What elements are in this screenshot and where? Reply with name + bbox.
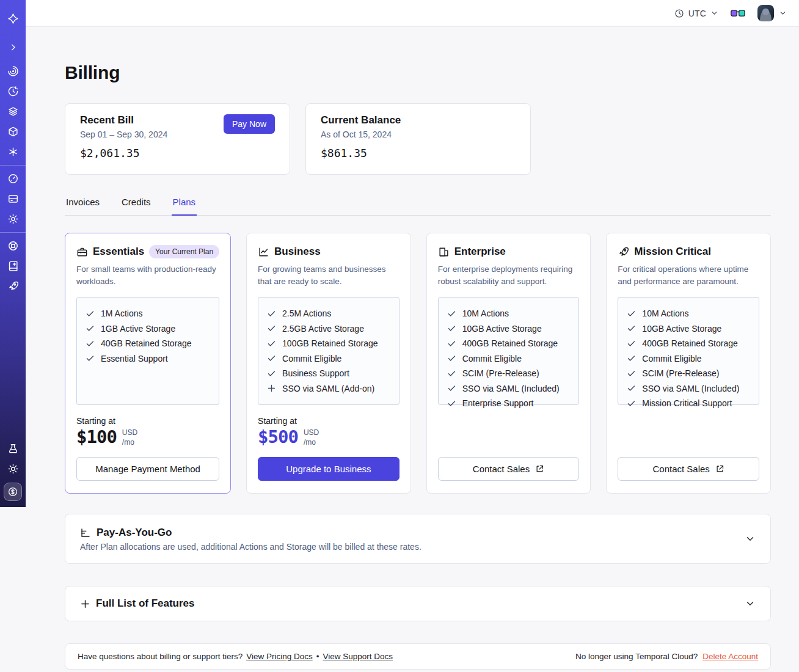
pay-as-you-go-panel[interactable]: Pay-As-You-Go After Plan allocations are… bbox=[65, 514, 771, 564]
namespaces-icon[interactable] bbox=[3, 61, 23, 81]
nexus-cube-icon[interactable] bbox=[3, 122, 23, 142]
schedules-icon[interactable] bbox=[3, 81, 23, 101]
plan-feature: 100GB Retained Storage bbox=[267, 338, 390, 348]
user-menu[interactable] bbox=[757, 5, 787, 21]
usage-gauge-icon[interactable] bbox=[3, 169, 23, 189]
cta-label: Upgrade to Business bbox=[286, 464, 371, 474]
temporal-logo[interactable] bbox=[3, 9, 23, 29]
footer-bar: Have questions about billing or support … bbox=[65, 643, 771, 670]
plan-description: For critical operations where uptime and… bbox=[618, 263, 759, 288]
asterisk-icon[interactable] bbox=[3, 142, 23, 162]
check-icon bbox=[86, 309, 95, 318]
plan-price: $500 bbox=[258, 426, 298, 447]
price-period: /mo bbox=[304, 438, 319, 448]
external-link-icon bbox=[535, 464, 544, 473]
current-balance-title: Current Balance bbox=[321, 114, 516, 126]
feature-label: 2.5GB Active Storage bbox=[282, 324, 364, 334]
page-title: Billing bbox=[65, 62, 771, 83]
view-pricing-docs-link[interactable]: View Pricing Docs bbox=[246, 652, 313, 661]
contact-sales-button[interactable]: Contact Sales bbox=[438, 457, 580, 481]
feature-box: 2.5M Actions2.5GB Active Storage100GB Re… bbox=[258, 297, 400, 405]
billing-page: Billing Recent Bill Sep 01 – Sep 30, 202… bbox=[26, 62, 799, 670]
billing-dollar-icon[interactable] bbox=[4, 483, 22, 501]
theme-sun-icon[interactable] bbox=[3, 459, 23, 479]
price-currency: USD bbox=[122, 428, 137, 438]
feature-label: 10M Actions bbox=[642, 309, 688, 318]
check-icon bbox=[267, 339, 276, 348]
feature-box: 10M Actions10GB Active Storage400GB Reta… bbox=[618, 297, 759, 405]
check-icon bbox=[86, 339, 95, 348]
check-icon bbox=[267, 369, 276, 378]
plan-feature: 2.5M Actions bbox=[267, 309, 390, 318]
price-block: Starting at $500 USD /mo bbox=[258, 416, 400, 447]
invoices-card-icon[interactable] bbox=[3, 189, 23, 209]
current-balance-card: Current Balance As of Oct 15, 2024 $861.… bbox=[305, 103, 531, 175]
feature-label: Enterprise Support bbox=[462, 398, 534, 408]
payg-title: Pay-As-You-Go bbox=[97, 527, 172, 539]
current-plan-badge: Your Current Plan bbox=[149, 245, 219, 258]
plan-feature: 400GB Retained Storage bbox=[447, 338, 571, 348]
full-features-panel[interactable]: Full List of Features bbox=[65, 586, 771, 621]
plan-feature: 2.5GB Active Storage bbox=[267, 324, 390, 334]
expand-chevron-icon[interactable] bbox=[3, 37, 23, 57]
manage-payment-button[interactable]: Manage Payment Method bbox=[76, 457, 219, 481]
full-features-title: Full List of Features bbox=[96, 597, 195, 610]
feature-box: 10M Actions10GB Active Storage400GB Reta… bbox=[438, 297, 580, 405]
settings-gear-icon[interactable] bbox=[3, 209, 23, 229]
recent-bill-card: Recent Bill Sep 01 – Sep 30, 2024 Pay No… bbox=[65, 103, 290, 175]
labs-flask-icon[interactable] bbox=[3, 439, 23, 459]
plan-card-enterprise: Enterprise For enterprise deployments re… bbox=[426, 233, 591, 494]
topbar: UTC bbox=[26, 0, 799, 27]
delete-account-link[interactable]: Delete Account bbox=[702, 652, 758, 661]
plan-card-business: Business For growing teams and businesse… bbox=[246, 233, 411, 494]
clock-icon bbox=[674, 9, 684, 18]
view-support-docs-link[interactable]: View Support Docs bbox=[323, 652, 393, 661]
payg-description: After Plan allocations are used, additio… bbox=[80, 542, 421, 552]
tab-credits[interactable]: Credits bbox=[120, 193, 152, 215]
rocket-icon[interactable] bbox=[3, 276, 23, 296]
support-lifering-icon[interactable] bbox=[3, 236, 23, 256]
contact-sales-button[interactable]: Contact Sales bbox=[618, 457, 759, 481]
price-currency: USD bbox=[304, 428, 319, 438]
plan-feature: SSO via SAML (Included) bbox=[447, 384, 571, 393]
upgrade-business-button[interactable]: Upgrade to Business bbox=[258, 457, 400, 481]
check-icon bbox=[447, 399, 456, 408]
chevron-down-icon[interactable] bbox=[745, 598, 756, 609]
check-icon bbox=[627, 399, 636, 408]
check-icon bbox=[267, 354, 276, 363]
plan-feature: 10M Actions bbox=[447, 309, 571, 318]
chevron-down-icon[interactable] bbox=[745, 533, 756, 544]
price-block: Starting at $100 USD /mo bbox=[76, 416, 219, 447]
recent-bill-period: Sep 01 – Sep 30, 2024 bbox=[80, 130, 167, 139]
check-icon bbox=[447, 339, 456, 348]
check-icon bbox=[627, 324, 636, 333]
plan-feature: SSO via SAML (Included) bbox=[627, 384, 750, 393]
feature-label: Business Support bbox=[282, 368, 349, 378]
feature-label: SSO via SAML (Included) bbox=[642, 384, 739, 393]
feature-label: 400GB Retained Storage bbox=[462, 338, 558, 348]
sidebar bbox=[0, 0, 26, 507]
plan-feature: Commit Eligible bbox=[267, 354, 390, 363]
tab-invoices[interactable]: Invoices bbox=[65, 193, 101, 215]
check-icon bbox=[627, 354, 636, 363]
sidebar-divider bbox=[0, 165, 26, 166]
feature-label: 1M Actions bbox=[101, 309, 142, 318]
delete-prompt: No longer using Temporal Cloud? bbox=[575, 652, 698, 661]
feature-label: 1GB Active Storage bbox=[101, 324, 175, 334]
plan-feature: 400GB Retained Storage bbox=[627, 338, 750, 348]
payg-chart-icon bbox=[80, 527, 91, 538]
glasses-icon[interactable] bbox=[731, 9, 745, 18]
stack-icon[interactable] bbox=[3, 101, 23, 122]
check-icon bbox=[86, 324, 95, 333]
plan-description: For growing teams and businesses that ar… bbox=[258, 263, 400, 288]
plus-icon bbox=[80, 599, 90, 609]
plan-name: Enterprise bbox=[454, 246, 506, 258]
tab-plans[interactable]: Plans bbox=[172, 193, 197, 216]
sidebar-divider bbox=[0, 232, 26, 233]
pay-now-button[interactable]: Pay Now bbox=[224, 114, 275, 134]
docs-book-icon[interactable] bbox=[3, 256, 23, 276]
user-avatar[interactable] bbox=[757, 5, 774, 21]
recent-bill-amount: $2,061.35 bbox=[80, 147, 275, 159]
check-icon bbox=[627, 369, 636, 378]
timezone-selector[interactable]: UTC bbox=[674, 9, 718, 18]
